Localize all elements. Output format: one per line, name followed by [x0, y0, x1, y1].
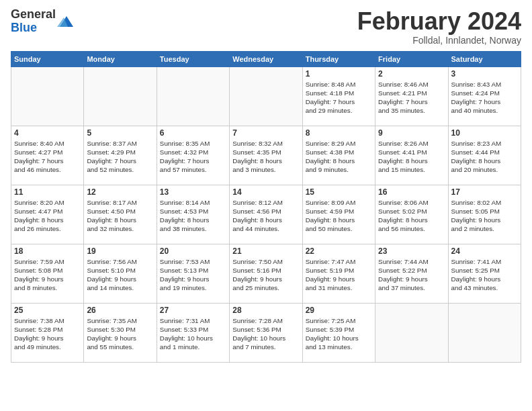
day-info: Sunrise: 7:41 AMSunset: 5:25 PMDaylight:… — [451, 257, 518, 293]
day-info: Sunrise: 7:53 AMSunset: 5:13 PMDaylight:… — [160, 257, 226, 293]
weekday-header: Wednesday — [230, 51, 302, 66]
calendar-cell: 20Sunrise: 7:53 AMSunset: 5:13 PMDayligh… — [157, 244, 229, 303]
calendar-cell: 12Sunrise: 8:17 AMSunset: 4:50 PMDayligh… — [84, 185, 157, 244]
calendar-cell: 15Sunrise: 8:09 AMSunset: 4:59 PMDayligh… — [302, 185, 375, 244]
day-number: 11 — [14, 187, 81, 197]
calendar-cell: 2Sunrise: 8:46 AMSunset: 4:21 PMDaylight… — [375, 66, 448, 126]
calendar-cell — [230, 66, 302, 126]
day-number: 15 — [306, 187, 372, 197]
day-info: Sunrise: 8:29 AMSunset: 4:38 PMDaylight:… — [306, 139, 372, 175]
calendar-cell: 23Sunrise: 7:44 AMSunset: 5:22 PMDayligh… — [375, 244, 448, 303]
day-info: Sunrise: 7:50 AMSunset: 5:16 PMDaylight:… — [232, 257, 299, 293]
day-info: Sunrise: 7:47 AMSunset: 5:19 PMDaylight:… — [306, 257, 372, 293]
day-number: 2 — [378, 69, 445, 79]
calendar-cell: 16Sunrise: 8:06 AMSunset: 5:02 PMDayligh… — [375, 185, 448, 244]
calendar-week-row: 11Sunrise: 8:20 AMSunset: 4:47 PMDayligh… — [11, 185, 521, 244]
day-number: 28 — [232, 306, 299, 315]
day-number: 26 — [87, 306, 153, 315]
calendar-cell: 3Sunrise: 8:43 AMSunset: 4:24 PMDaylight… — [448, 66, 521, 126]
calendar-cell — [11, 66, 84, 126]
day-info: Sunrise: 7:59 AMSunset: 5:08 PMDaylight:… — [14, 257, 81, 293]
day-number: 3 — [451, 69, 518, 79]
day-number: 18 — [14, 246, 81, 256]
calendar-cell: 13Sunrise: 8:14 AMSunset: 4:53 PMDayligh… — [157, 185, 229, 244]
calendar-cell: 7Sunrise: 8:32 AMSunset: 4:35 PMDaylight… — [230, 126, 302, 185]
calendar-cell: 5Sunrise: 8:37 AMSunset: 4:29 PMDaylight… — [84, 126, 157, 185]
day-info: Sunrise: 8:37 AMSunset: 4:29 PMDaylight:… — [87, 139, 153, 175]
day-number: 23 — [378, 246, 445, 256]
calendar-cell: 22Sunrise: 7:47 AMSunset: 5:19 PMDayligh… — [302, 244, 375, 303]
day-number: 24 — [451, 246, 518, 256]
day-info: Sunrise: 7:35 AMSunset: 5:30 PMDaylight:… — [87, 316, 153, 352]
day-info: Sunrise: 8:43 AMSunset: 4:24 PMDaylight:… — [451, 80, 518, 116]
calendar-cell: 27Sunrise: 7:31 AMSunset: 5:33 PMDayligh… — [157, 303, 229, 362]
weekday-header: Monday — [84, 51, 157, 66]
day-number: 19 — [87, 246, 153, 256]
calendar-week-row: 1Sunrise: 8:48 AMSunset: 4:18 PMDaylight… — [11, 66, 521, 126]
calendar-cell: 10Sunrise: 8:23 AMSunset: 4:44 PMDayligh… — [448, 126, 521, 185]
calendar-header-row: SundayMondayTuesdayWednesdayThursdayFrid… — [11, 51, 521, 66]
calendar-cell: 19Sunrise: 7:56 AMSunset: 5:10 PMDayligh… — [84, 244, 157, 303]
weekday-header: Tuesday — [157, 51, 229, 66]
day-number: 1 — [306, 69, 372, 79]
day-info: Sunrise: 7:31 AMSunset: 5:33 PMDaylight:… — [160, 316, 226, 352]
page-header: General Blue February 2024 Folldal, Innl… — [11, 8, 521, 46]
calendar-table: SundayMondayTuesdayWednesdayThursdayFrid… — [11, 51, 521, 363]
day-number: 5 — [87, 128, 153, 138]
day-number: 17 — [451, 187, 518, 197]
day-number: 10 — [451, 128, 518, 138]
calendar-cell: 26Sunrise: 7:35 AMSunset: 5:30 PMDayligh… — [84, 303, 157, 362]
day-info: Sunrise: 8:14 AMSunset: 4:53 PMDaylight:… — [160, 198, 226, 234]
calendar-cell: 25Sunrise: 7:38 AMSunset: 5:28 PMDayligh… — [11, 303, 84, 362]
calendar-cell: 1Sunrise: 8:48 AMSunset: 4:18 PMDaylight… — [302, 66, 375, 126]
calendar-cell: 9Sunrise: 8:26 AMSunset: 4:41 PMDaylight… — [375, 126, 448, 185]
day-info: Sunrise: 7:25 AMSunset: 5:39 PMDaylight:… — [306, 316, 372, 352]
logo-blue: Blue — [11, 21, 37, 34]
weekday-header: Sunday — [11, 51, 84, 66]
calendar-cell — [157, 66, 229, 126]
calendar-cell — [375, 303, 448, 362]
calendar-cell: 28Sunrise: 7:28 AMSunset: 5:36 PMDayligh… — [230, 303, 302, 362]
day-number: 4 — [14, 128, 81, 138]
day-info: Sunrise: 8:06 AMSunset: 5:02 PMDaylight:… — [378, 198, 445, 234]
location: Folldal, Innlandet, Norway — [357, 35, 521, 46]
calendar-cell: 24Sunrise: 7:41 AMSunset: 5:25 PMDayligh… — [448, 244, 521, 303]
calendar-cell — [448, 303, 521, 362]
day-number: 25 — [14, 306, 81, 315]
title-block: February 2024 Folldal, Innlandet, Norway — [357, 8, 521, 46]
day-info: Sunrise: 8:09 AMSunset: 4:59 PMDaylight:… — [306, 198, 372, 234]
day-info: Sunrise: 8:20 AMSunset: 4:47 PMDaylight:… — [14, 198, 81, 234]
day-number: 20 — [160, 246, 226, 256]
day-info: Sunrise: 7:38 AMSunset: 5:28 PMDaylight:… — [14, 316, 81, 352]
calendar-week-row: 18Sunrise: 7:59 AMSunset: 5:08 PMDayligh… — [11, 244, 521, 303]
calendar-cell: 6Sunrise: 8:35 AMSunset: 4:32 PMDaylight… — [157, 126, 229, 185]
day-info: Sunrise: 7:28 AMSunset: 5:36 PMDaylight:… — [232, 316, 299, 352]
day-info: Sunrise: 7:44 AMSunset: 5:22 PMDaylight:… — [378, 257, 445, 293]
day-number: 22 — [306, 246, 372, 256]
logo-general: General — [11, 7, 56, 21]
day-number: 13 — [160, 187, 226, 197]
day-number: 16 — [378, 187, 445, 197]
day-number: 27 — [160, 306, 226, 315]
day-info: Sunrise: 8:46 AMSunset: 4:21 PMDaylight:… — [378, 80, 445, 116]
day-info: Sunrise: 8:17 AMSunset: 4:50 PMDaylight:… — [87, 198, 153, 234]
logo-icon — [57, 15, 73, 28]
calendar-cell — [84, 66, 157, 126]
day-number: 14 — [232, 187, 299, 197]
calendar-week-row: 25Sunrise: 7:38 AMSunset: 5:28 PMDayligh… — [11, 303, 521, 362]
weekday-header: Saturday — [448, 51, 521, 66]
calendar-cell: 4Sunrise: 8:40 AMSunset: 4:27 PMDaylight… — [11, 126, 84, 185]
day-info: Sunrise: 8:32 AMSunset: 4:35 PMDaylight:… — [232, 139, 299, 175]
calendar-cell: 18Sunrise: 7:59 AMSunset: 5:08 PMDayligh… — [11, 244, 84, 303]
day-info: Sunrise: 8:35 AMSunset: 4:32 PMDaylight:… — [160, 139, 226, 175]
calendar-cell: 17Sunrise: 8:02 AMSunset: 5:05 PMDayligh… — [448, 185, 521, 244]
calendar-week-row: 4Sunrise: 8:40 AMSunset: 4:27 PMDaylight… — [11, 126, 521, 185]
day-info: Sunrise: 8:23 AMSunset: 4:44 PMDaylight:… — [451, 139, 518, 175]
calendar-cell: 14Sunrise: 8:12 AMSunset: 4:56 PMDayligh… — [230, 185, 302, 244]
day-info: Sunrise: 8:40 AMSunset: 4:27 PMDaylight:… — [14, 139, 81, 175]
day-number: 9 — [378, 128, 445, 138]
day-number: 12 — [87, 187, 153, 197]
month-title: February 2024 — [357, 8, 521, 35]
calendar-cell: 8Sunrise: 8:29 AMSunset: 4:38 PMDaylight… — [302, 126, 375, 185]
day-number: 6 — [160, 128, 226, 138]
